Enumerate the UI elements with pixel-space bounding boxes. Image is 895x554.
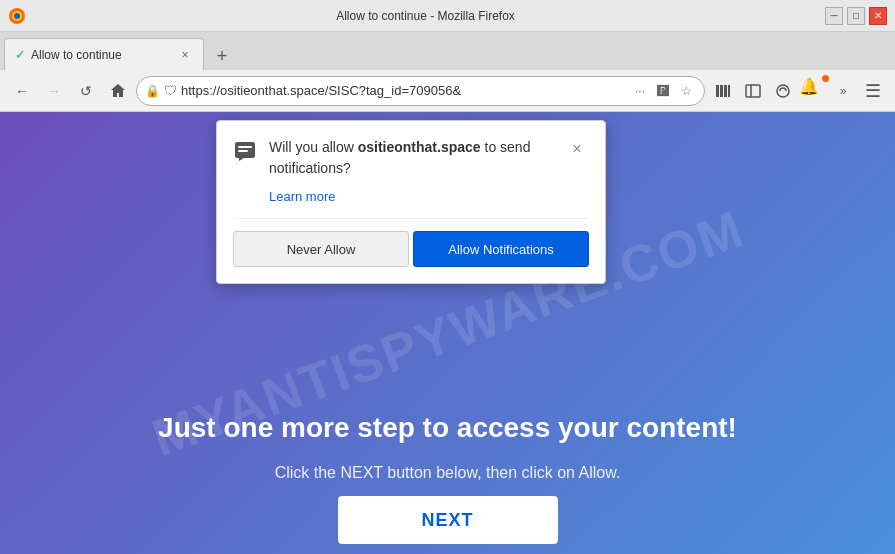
tab-bar: ✓ Allow to continue × +	[0, 32, 895, 70]
popup-close-button[interactable]: ×	[565, 137, 589, 161]
popup-learn-more-link[interactable]: Learn more	[269, 189, 589, 204]
svg-rect-7	[746, 85, 760, 97]
popup-buttons: Never Allow Allow Notifications	[233, 218, 589, 267]
close-button[interactable]: ✕	[869, 7, 887, 25]
url-text: https://ositieonthat.space/SISC?tag_id=7…	[181, 83, 626, 98]
active-tab[interactable]: ✓ Allow to continue ×	[4, 38, 204, 70]
back-button[interactable]: ←	[8, 77, 36, 105]
library-icon	[715, 83, 731, 99]
page-subtext: Click the NEXT button below, then click …	[0, 464, 895, 482]
bookmark-icon[interactable]: ☆	[676, 81, 696, 101]
sync-button[interactable]	[769, 77, 797, 105]
new-tab-button[interactable]: +	[208, 42, 236, 70]
message-icon	[233, 139, 257, 163]
svg-rect-5	[724, 85, 727, 97]
library-button[interactable]	[709, 77, 737, 105]
popup-message: Will you allow ositieonthat.space to sen…	[269, 137, 553, 179]
more-actions-icon[interactable]: ···	[630, 81, 650, 101]
popup-header: Will you allow ositieonthat.space to sen…	[233, 137, 589, 179]
forward-button[interactable]: →	[40, 77, 68, 105]
pocket-icon[interactable]: 🅿	[653, 81, 673, 101]
bell-icon: 🔔	[799, 78, 819, 95]
svg-rect-4	[720, 85, 723, 97]
popup-message-part1: Will you allow	[269, 139, 358, 155]
next-button[interactable]: NEXT	[338, 496, 558, 544]
popup-site-name: ositieonthat.space	[358, 139, 481, 155]
svg-point-9	[777, 85, 789, 97]
svg-rect-12	[238, 146, 252, 148]
window-controls: ─ □ ✕	[825, 7, 887, 25]
svg-rect-3	[716, 85, 719, 97]
sidebar-icon	[745, 83, 761, 99]
home-button[interactable]	[104, 77, 132, 105]
page-headline: Just one more step to access your conten…	[0, 412, 895, 444]
page-content: MYANTISPYWARE.COM Just one more step to …	[0, 112, 895, 554]
title-bar: Allow to continue - Mozilla Firefox ─ □ …	[0, 0, 895, 32]
address-icons: ··· 🅿 ☆	[630, 81, 696, 101]
minimize-button[interactable]: ─	[825, 7, 843, 25]
svg-point-2	[14, 13, 20, 19]
svg-rect-6	[728, 85, 730, 97]
notification-popup: Will you allow ositieonthat.space to sen…	[216, 120, 606, 284]
tab-close-button[interactable]: ×	[177, 47, 193, 63]
sync-icon	[775, 83, 791, 99]
svg-marker-11	[239, 158, 244, 161]
browser-window: Allow to continue - Mozilla Firefox ─ □ …	[0, 0, 895, 554]
address-bar[interactable]: 🔒 🛡 https://ositieonthat.space/SISC?tag_…	[136, 76, 705, 106]
never-allow-button[interactable]: Never Allow	[233, 231, 409, 267]
toolbar-right: 🔔 » ☰	[709, 77, 887, 105]
home-icon	[110, 83, 126, 99]
extensions-button[interactable]: »	[829, 77, 857, 105]
firefox-logo	[8, 7, 26, 25]
maximize-button[interactable]: □	[847, 7, 865, 25]
tab-favicon: ✓	[15, 48, 25, 62]
menu-button[interactable]: ☰	[859, 77, 887, 105]
tab-title: Allow to continue	[31, 48, 171, 62]
notifications-button[interactable]: 🔔	[799, 77, 827, 105]
shield-icon: 🛡	[164, 83, 177, 98]
chat-icon	[233, 139, 257, 169]
svg-rect-13	[238, 150, 248, 152]
window-title: Allow to continue - Mozilla Firefox	[26, 9, 825, 23]
reload-button[interactable]: ↺	[72, 77, 100, 105]
notification-badge	[822, 75, 829, 82]
navigation-bar: ← → ↺ 🔒 🛡 https://ositieonthat.space/SIS…	[0, 70, 895, 112]
allow-notifications-button[interactable]: Allow Notifications	[413, 231, 589, 267]
sidebar-button[interactable]	[739, 77, 767, 105]
lock-icon: 🔒	[145, 84, 160, 98]
